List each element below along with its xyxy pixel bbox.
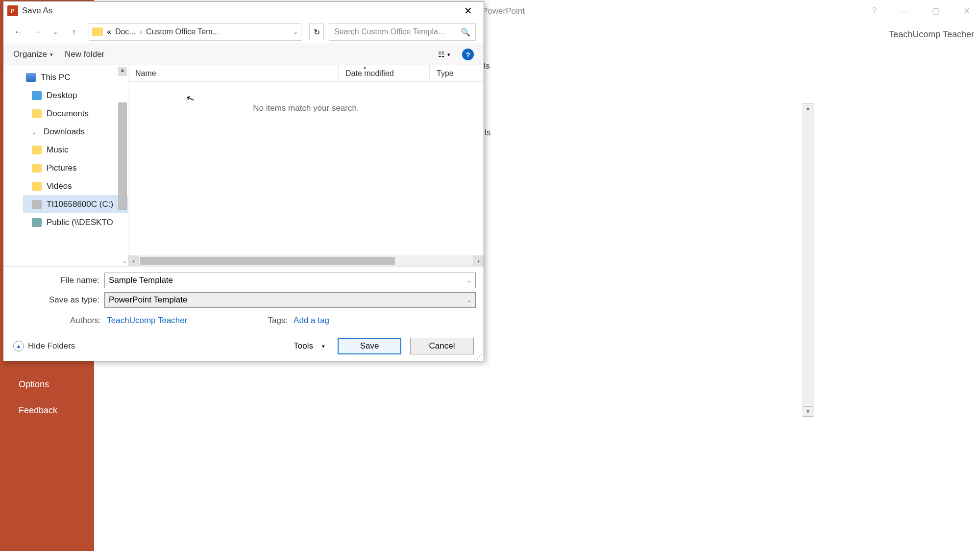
videos-icon [32, 182, 42, 191]
help-button[interactable]: ? [462, 49, 474, 60]
back-button[interactable]: ← [11, 25, 25, 39]
folder-tree: ▲ This PC Desktop Documents ↓Downloads M… [3, 65, 128, 266]
tree-label: Public (\\DESKTO [47, 218, 113, 227]
tree-local-disk[interactable]: TI10658600C (C:) [23, 195, 128, 213]
disk-icon [32, 200, 42, 209]
download-icon: ↓ [32, 127, 39, 136]
tree-videos[interactable]: Videos [23, 177, 128, 195]
filename-value: Sample Template [109, 276, 173, 285]
dialog-close-button[interactable]: ✕ [456, 5, 480, 17]
minimize-icon[interactable]: — [900, 6, 908, 16]
desktop-icon [32, 91, 42, 100]
file-list: ▴ Name Date modified Type No items match… [128, 65, 484, 266]
address-dropdown-icon[interactable]: ⌄ [293, 28, 298, 35]
authors-value[interactable]: TeachUcomp Teacher [107, 316, 187, 326]
breadcrumb[interactable]: Custom Office Tem... [146, 27, 219, 36]
chevron-up-icon: ▲ [13, 341, 24, 351]
dropdown-icon: ▾ [322, 343, 325, 350]
column-name[interactable]: Name [128, 65, 339, 81]
address-bar[interactable]: « Doc... › Custom Office Tem... ⌄ [89, 23, 301, 41]
tree-network-share[interactable]: Public (\\DESKTO [23, 213, 128, 231]
dialog-titlebar: P Save As ✕ [3, 1, 484, 20]
column-headers: ▴ Name Date modified Type [128, 65, 484, 82]
tree-label: Downloads [44, 127, 85, 137]
signed-in-user[interactable]: TeachUcomp Teacher [889, 29, 974, 40]
dialog-body: ▲ This PC Desktop Documents ↓Downloads M… [3, 65, 484, 266]
folder-icon [32, 109, 42, 118]
column-date[interactable]: Date modified [339, 65, 430, 81]
dialog-title: Save As [22, 6, 456, 16]
search-placeholder: Search Custom Office Templa... [334, 27, 444, 36]
empty-message: No items match your search. [128, 82, 484, 135]
savetype-select[interactable]: PowerPoint Template ⌄ [104, 292, 476, 308]
tags-value[interactable]: Add a tag [294, 316, 329, 326]
tree-music[interactable]: Music [23, 141, 128, 159]
search-icon[interactable]: 🔍 [461, 27, 470, 37]
hide-folders-label: Hide Folders [28, 341, 75, 351]
music-icon [32, 146, 42, 154]
tags-label: Tags: [268, 316, 288, 326]
dropdown-icon: ▾ [50, 51, 53, 58]
dropdown-icon[interactable]: ⌄ [467, 277, 471, 284]
tree-expand-icon[interactable]: ⌄ [122, 258, 127, 264]
list-view-icon: ☷ [438, 50, 444, 59]
tree-desktop[interactable]: Desktop [23, 86, 128, 104]
cancel-button[interactable]: Cancel [410, 338, 474, 354]
up-button[interactable]: ↑ [67, 25, 81, 39]
tree-scroll-up-icon[interactable]: ▲ [118, 67, 127, 76]
scroll-down-icon[interactable]: ▼ [803, 406, 813, 416]
scroll-right-icon[interactable]: › [473, 255, 484, 266]
tree-pictures[interactable]: Pictures [23, 159, 128, 177]
pictures-icon [32, 164, 42, 173]
tree-label: TI10658600C (C:) [47, 200, 113, 209]
savetype-label: Save as type: [11, 295, 104, 305]
tree-scrollbar-thumb[interactable] [118, 102, 127, 210]
tree-label: Videos [47, 181, 72, 191]
help-icon[interactable]: ? [872, 6, 877, 16]
save-form: File name: Sample Template ⌄ Save as typ… [3, 266, 484, 331]
tree-label: Documents [47, 109, 89, 119]
tree-this-pc[interactable]: This PC [23, 68, 128, 86]
authors-label: Authors: [70, 316, 101, 326]
sort-indicator-icon: ▴ [364, 64, 366, 70]
tree-documents[interactable]: Documents [23, 104, 128, 123]
folder-icon [92, 27, 103, 36]
pc-icon [26, 73, 36, 82]
refresh-button[interactable]: ↻ [309, 24, 324, 40]
sidebar-options[interactable]: Options [0, 372, 94, 398]
dropdown-icon[interactable]: ⌄ [467, 297, 471, 303]
tree-label: Music [47, 145, 68, 155]
dialog-toolbar: Organize ▾ New folder ☷ ▾ ? [3, 44, 484, 65]
search-input[interactable]: Search Custom Office Templa... 🔍 [329, 23, 476, 41]
tools-label: Tools [294, 341, 313, 351]
nav-bar: ← → ⌄ ↑ « Doc... › Custom Office Tem... … [3, 20, 484, 44]
tree-label: This PC [41, 73, 70, 82]
network-icon [32, 218, 42, 227]
filename-label: File name: [11, 276, 104, 285]
tree-downloads[interactable]: ↓Downloads [23, 123, 128, 141]
filename-input[interactable]: Sample Template ⌄ [104, 273, 476, 288]
resize-grip-icon[interactable]: ⋰ [477, 353, 483, 360]
recent-dropdown-icon[interactable]: ⌄ [49, 25, 62, 39]
scroll-up-icon[interactable]: ▲ [803, 103, 813, 113]
scroll-left-icon[interactable]: ‹ [128, 255, 139, 266]
tools-button[interactable]: Tools ▾ [290, 341, 329, 351]
breadcrumb[interactable]: Doc... [115, 27, 136, 36]
hide-folders-button[interactable]: ▲ Hide Folders [13, 341, 75, 351]
addr-prefix: « [107, 27, 111, 36]
powerpoint-icon: P [7, 5, 18, 16]
close-icon[interactable]: ✕ [963, 6, 970, 16]
chevron-right-icon[interactable]: › [140, 27, 142, 36]
forward-button[interactable]: → [30, 25, 44, 39]
content-scrollbar[interactable]: ▲ ▼ [803, 103, 813, 417]
scroll-thumb[interactable] [140, 257, 395, 265]
organize-label: Organize [13, 50, 47, 59]
horizontal-scrollbar[interactable]: ‹ › [128, 255, 484, 266]
save-button[interactable]: Save [338, 338, 401, 354]
new-folder-button[interactable]: New folder [65, 50, 104, 59]
column-type[interactable]: Type [430, 65, 484, 81]
maximize-icon[interactable]: ▢ [932, 6, 940, 16]
view-button[interactable]: ☷ ▾ [438, 50, 450, 59]
sidebar-feedback[interactable]: Feedback [0, 398, 94, 424]
organize-button[interactable]: Organize ▾ [13, 50, 53, 59]
